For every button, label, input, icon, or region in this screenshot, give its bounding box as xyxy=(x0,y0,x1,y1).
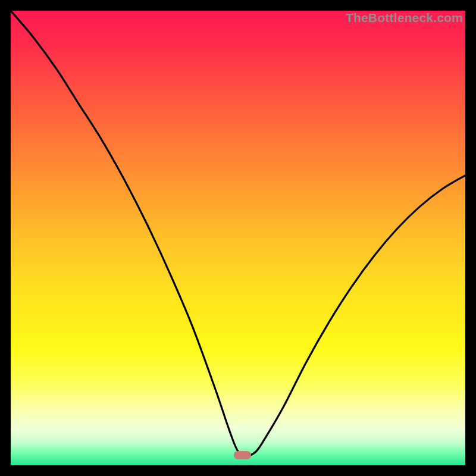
optimal-marker xyxy=(234,451,251,459)
gradient-background xyxy=(11,11,465,465)
attribution-text: TheBottleneck.com xyxy=(346,11,463,25)
chart-plot-area xyxy=(11,11,465,465)
chart-frame: TheBottleneck.com xyxy=(11,11,465,465)
